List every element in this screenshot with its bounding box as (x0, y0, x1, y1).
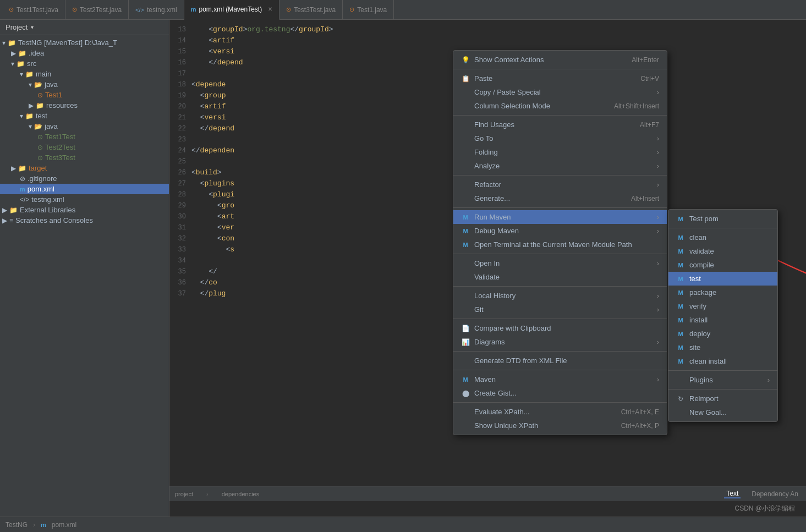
menu-item-evaluate-xpath[interactable]: Evaluate XPath... Ctrl+Alt+X, E (453, 405, 667, 419)
run-maven-submenu: M Test pom M clean M validate (668, 209, 778, 422)
status-bar: TestNG › m pom.xml (0, 517, 806, 532)
tab-test3test[interactable]: ⊙ Test3Test.java (279, 0, 343, 20)
menu-item-open-in[interactable]: Open In › (453, 256, 667, 270)
menu-sep-7 (453, 319, 667, 319)
arrow-right-plugins-icon: › (767, 376, 770, 384)
pom-xml-icon: m (20, 186, 25, 193)
submenu-item-package[interactable]: M package (668, 286, 777, 299)
menu-item-folding[interactable]: Folding › (453, 145, 667, 159)
menu-item-generate[interactable]: Generate... Alt+Insert (453, 191, 667, 205)
menu-item-debug-maven[interactable]: M Debug Maven › (453, 224, 667, 238)
submenu-item-clean[interactable]: M clean (668, 231, 777, 244)
paste-icon: 📋 (461, 75, 470, 83)
compare-icon: 📄 (461, 325, 470, 332)
sidebar: Project ▾ ▾ 📁 TestNG [MavenTest] D:\Java… (0, 20, 169, 517)
deploy-icon: M (676, 331, 685, 337)
expand-icon-main: ▾ (20, 70, 23, 78)
menu-sep-8 (453, 351, 667, 352)
submenu-item-new-goal[interactable]: New Goal... (668, 405, 777, 419)
tree-item-test2test[interactable]: ⊙ Test2Test (0, 142, 169, 152)
menu-item-find-usages[interactable]: Find Usages Alt+F7 (453, 118, 667, 131)
clean-install-icon: M (676, 358, 685, 365)
submenu-item-verify[interactable]: M verify (668, 299, 777, 313)
gist-icon: ⬤ (461, 390, 470, 397)
arrow-right-git-icon: › (657, 305, 659, 314)
menu-item-generate-dtd[interactable]: Generate DTD from XML File (453, 354, 667, 368)
tree-item-gitignore[interactable]: ⊘ .gitignore (0, 173, 169, 184)
menu-item-validate[interactable]: Validate (453, 270, 667, 284)
tree-item-java-main[interactable]: ▾ 📂 java (0, 79, 169, 90)
testng-xml-icon: </> (20, 196, 29, 204)
tree-item-pom-xml[interactable]: m pom.xml (0, 184, 169, 194)
menu-item-run-maven[interactable]: M Run Maven › M Test pom M clean (453, 210, 667, 224)
menu-item-git[interactable]: Git › (453, 303, 667, 316)
submenu-item-validate[interactable]: M validate (668, 244, 777, 258)
menu-item-refactor[interactable]: Refactor › (453, 178, 667, 191)
menu-item-compare-clipboard[interactable]: 📄 Compare with Clipboard (453, 321, 667, 335)
submenu-item-test-pom[interactable]: M Test pom (668, 212, 777, 226)
project-tree[interactable]: ▾ 📁 TestNG [MavenTest] D:\Java_T ▶ 📁 .id… (0, 35, 169, 517)
tree-item-main[interactable]: ▾ 📁 main (0, 69, 169, 79)
tree-item-test-dir[interactable]: ▾ 📁 test (0, 111, 169, 121)
menu-item-diagrams[interactable]: 📊 Diagrams › (453, 335, 667, 349)
java-file-icon-test1test: ⊙ (37, 133, 43, 141)
tree-item-target[interactable]: ▶ 📁 target (0, 163, 169, 173)
submenu-sep-1 (668, 228, 777, 228)
tab-icon-testng: </> (135, 7, 144, 13)
menu-item-open-terminal[interactable]: M Open Terminal at the Current Maven Mod… (453, 238, 667, 251)
maven-menu-icon: M (461, 376, 470, 383)
tree-item-testng[interactable]: ▾ 📁 TestNG [MavenTest] D:\Java_T (0, 37, 169, 48)
submenu-sep-2 (668, 370, 777, 371)
tree-item-src[interactable]: ▾ 📁 src (0, 58, 169, 69)
tab-testng-xml[interactable]: </> testng.xml (129, 0, 184, 20)
editor-area[interactable]: 13 <groupId>org.testng</groupId> 14 <art… (169, 20, 806, 517)
menu-item-local-history[interactable]: Local History › (453, 289, 667, 303)
expand-icon-scratches: ▶ (2, 217, 7, 224)
tree-item-resources[interactable]: ▶ 📁 resources (0, 100, 169, 111)
tab-test2test[interactable]: ⊙ Test2Test.java (65, 0, 129, 20)
submenu-item-test[interactable]: M test (668, 272, 777, 286)
folder-icon-resources: 📁 (36, 102, 44, 109)
tree-item-scratches[interactable]: ▶ ≡ Scratches and Consoles (0, 215, 169, 226)
install-icon: M (676, 317, 685, 323)
tree-item-test1test[interactable]: ⊙ Test1Test (0, 131, 169, 142)
submenu-item-reimport[interactable]: ↻ Reimport (668, 392, 777, 405)
menu-item-show-context-actions[interactable]: 💡 Show Context Actions Alt+Enter (453, 53, 667, 67)
folder-icon-main: 📁 (25, 70, 34, 78)
menu-sep-1 (453, 69, 667, 69)
arrow-right-diagrams-icon: › (657, 338, 659, 346)
submenu-item-install[interactable]: M install (668, 313, 777, 327)
bottom-tab-dependency[interactable]: Dependency An (749, 490, 800, 498)
tab-close-pom[interactable]: ✕ (268, 6, 272, 12)
bottom-tab-text[interactable]: Text (724, 490, 741, 498)
submenu-item-plugins[interactable]: Plugins › (668, 373, 777, 387)
menu-item-create-gist[interactable]: ⬤ Create Gist... (453, 386, 667, 400)
csdn-watermark: CSDN @小浪学编程 (734, 504, 795, 513)
submenu-item-compile[interactable]: M compile (668, 258, 777, 272)
menu-item-maven[interactable]: M Maven › (453, 372, 667, 386)
tree-item-java-test[interactable]: ▾ 📂 java (0, 121, 169, 131)
test-pom-icon: M (676, 216, 685, 222)
tree-item-test1[interactable]: ⊙ Test1 (0, 90, 169, 100)
menu-item-show-unique-xpath[interactable]: Show Unique XPath Ctrl+Alt+X, P (453, 419, 667, 432)
menu-item-copy-paste-special[interactable]: Copy / Paste Special › (453, 85, 667, 99)
tree-item-idea[interactable]: ▶ 📁 .idea (0, 48, 169, 58)
submenu-item-deploy[interactable]: M deploy (668, 327, 777, 341)
submenu-item-clean-install[interactable]: M clean install (668, 354, 777, 368)
diagrams-icon: 📊 (461, 338, 470, 346)
submenu-item-site[interactable]: M site (668, 341, 777, 354)
java-file-icon-test2test: ⊙ (37, 144, 43, 151)
submenu-sep-3 (668, 389, 777, 390)
tree-item-testng-xml[interactable]: </> testng.xml (0, 194, 169, 205)
gitignore-icon: ⊘ (20, 175, 25, 183)
tree-item-test3test[interactable]: ⊙ Test3Test (0, 152, 169, 163)
menu-item-go-to[interactable]: Go To › (453, 131, 667, 145)
tree-item-external-libraries[interactable]: ▶ 📁 External Libraries (0, 205, 169, 215)
menu-item-analyze[interactable]: Analyze › (453, 159, 667, 173)
tab-test1[interactable]: ⊙ Test1.java (343, 0, 394, 20)
tab-test1test[interactable]: ⊙ Test1Test.java (2, 0, 65, 20)
menu-item-column-selection[interactable]: Column Selection Mode Alt+Shift+Insert (453, 99, 667, 113)
menu-item-paste[interactable]: 📋 Paste Ctrl+V (453, 72, 667, 85)
tab-pom-xml[interactable]: m pom.xml (MavenTest) ✕ (184, 0, 279, 20)
console-icon: ≡ (9, 217, 13, 224)
